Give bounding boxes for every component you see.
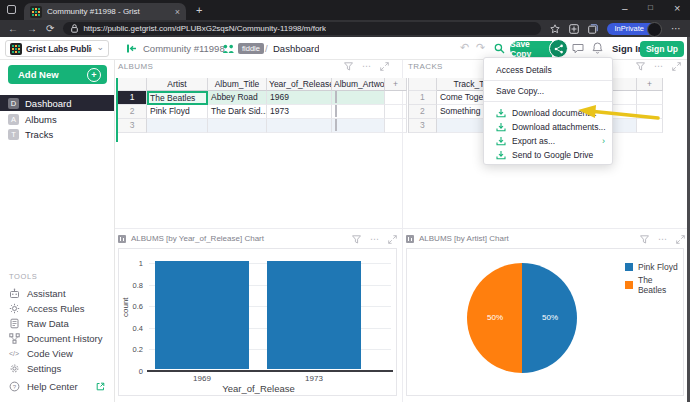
add-column-button[interactable]: + — [385, 78, 407, 91]
browser-window: Community #11998 - Grist × + – □ × ← → ⟳… — [0, 0, 690, 402]
collections-icon[interactable] — [588, 24, 598, 34]
tool-access-rules[interactable]: Access Rules — [0, 301, 114, 315]
favorite-star-icon[interactable] — [550, 24, 560, 34]
window-minimize-button[interactable]: – — [622, 4, 628, 14]
left-panel-toggle-icon[interactable] — [126, 43, 137, 54]
row-number[interactable]: 1 — [409, 91, 437, 105]
pie-chart-widget-header: ALBUMS [by Artist] Chart — [406, 234, 509, 243]
sidebar-page-dashboard[interactable]: D Dashboard — [0, 95, 114, 111]
widget-menu-icon[interactable]: ⋯ — [370, 237, 379, 242]
page-initial-badge: A — [8, 114, 19, 125]
legend-item[interactable]: The Beatles — [625, 275, 683, 295]
row-number[interactable]: 3 — [409, 119, 437, 133]
filter-icon[interactable] — [636, 62, 645, 71]
legend-swatch — [625, 281, 633, 289]
widget-menu-icon[interactable]: ⋯ — [654, 64, 663, 69]
site-switcher[interactable]: Grist Labs Public D... ⌄ — [5, 40, 109, 57]
attachment-cell[interactable] — [332, 105, 385, 119]
sidebar-page-albums[interactable]: A Albums — [0, 112, 114, 127]
tool-raw-data[interactable]: Raw Data — [0, 316, 114, 330]
chart-widget-icon — [406, 235, 414, 243]
tool-settings[interactable]: Settings — [0, 361, 114, 375]
filter-icon[interactable] — [344, 62, 353, 71]
sidebar-page-tracks[interactable]: T Tracks — [0, 127, 114, 142]
bell-icon[interactable] — [592, 42, 603, 54]
refresh-button[interactable]: ⟳ — [46, 24, 54, 34]
table-row-new: 3 — [118, 119, 407, 133]
forward-button[interactable]: → — [27, 24, 37, 34]
menu-item-save-copy[interactable]: Save Copy... — [484, 84, 612, 98]
share-nodes-icon — [554, 44, 564, 54]
cell[interactable]: The Dark Sid... — [208, 105, 267, 119]
column-header[interactable]: Artist — [147, 78, 208, 91]
row-number[interactable]: 1 — [118, 91, 147, 105]
filter-icon[interactable] — [640, 235, 649, 244]
tool-code-view[interactable]: </> Code View — [0, 346, 114, 360]
new-tab-button[interactable]: + — [196, 5, 202, 16]
menu-item-export-as[interactable]: Export as... › — [484, 134, 612, 148]
column-header[interactable]: Album_Title — [208, 78, 267, 91]
tool-assistant[interactable]: Assistant — [0, 286, 114, 300]
attachment-placeholder-icon — [335, 119, 337, 131]
row-number[interactable]: 2 — [118, 105, 147, 119]
row-number[interactable]: 2 — [409, 105, 437, 119]
address-bar[interactable]: https://public.getgrist.com/dPLUBxG2sqsN… — [63, 22, 541, 35]
attachment-cell[interactable] — [332, 91, 385, 105]
window-close-button[interactable]: × — [674, 3, 680, 14]
expand-icon[interactable] — [672, 62, 681, 71]
section-divider-horizontal — [115, 228, 690, 229]
menu-item-access-details[interactable]: Access Details — [484, 63, 612, 77]
pie-slice-label: 50% — [532, 313, 568, 322]
widget-menu-icon[interactable]: ⋯ — [658, 237, 667, 242]
back-button[interactable]: ← — [8, 24, 18, 34]
page-label: Dashboard — [25, 98, 71, 109]
chat-icon[interactable] — [572, 43, 584, 54]
workspace-name: Grist Labs Public D... — [26, 44, 92, 54]
selected-cell[interactable]: The Beatles — [147, 91, 208, 105]
avatar — [647, 22, 662, 37]
undo-icon[interactable]: ↶ — [460, 41, 469, 54]
menu-item-send-to-google-drive[interactable]: Send to Google Drive — [484, 148, 612, 162]
attachment-cell[interactable] — [332, 119, 385, 133]
breadcrumb-doc-name[interactable]: Community #11998 — [143, 43, 225, 54]
legend-item[interactable]: Pink Floyd — [625, 262, 678, 272]
add-new-button[interactable]: Add New + — [8, 65, 107, 84]
cell[interactable]: 1969 — [267, 91, 332, 105]
cell[interactable] — [267, 119, 332, 133]
breadcrumb-page-name[interactable]: Dashboard — [273, 43, 319, 54]
column-header[interactable]: Album_Artwork — [332, 78, 385, 91]
filter-icon[interactable] — [352, 235, 361, 244]
cell[interactable] — [147, 119, 208, 133]
sign-up-button[interactable]: Sign Up — [640, 41, 684, 57]
help-center-link[interactable]: ? Help Center — [0, 379, 114, 393]
tab-close-icon[interactable]: × — [175, 7, 180, 17]
page-label: Albums — [25, 114, 57, 125]
cell[interactable]: Pink Floyd — [147, 105, 208, 119]
tab-title: Community #11998 - Grist — [47, 7, 170, 16]
expand-icon[interactable] — [676, 235, 685, 244]
sign-in-link[interactable]: Sign In — [612, 43, 644, 54]
favorites-bar-icon[interactable] — [569, 24, 579, 34]
breadcrumb-separator: / — [265, 43, 268, 54]
column-header[interactable]: Year_of_Release — [267, 78, 332, 91]
browser-menu-button[interactable]: ⋯ — [671, 24, 681, 34]
search-icon[interactable] — [494, 43, 505, 54]
expand-icon[interactable] — [388, 235, 397, 244]
window-maximize-button[interactable]: □ — [648, 4, 653, 12]
workspaces-icon[interactable] — [7, 5, 16, 14]
share-button[interactable] — [549, 39, 568, 58]
legend-label: Pink Floyd — [638, 262, 678, 272]
save-copy-button[interactable]: Save Copy — [510, 41, 552, 57]
inprivate-profile-badge[interactable]: InPrivate — [607, 23, 658, 35]
cell[interactable] — [208, 119, 267, 133]
cell[interactable]: Abbey Road — [208, 91, 267, 105]
cell[interactable]: 1973 — [267, 105, 332, 119]
add-column-button[interactable]: + — [637, 78, 663, 91]
widget-menu-icon[interactable]: ⋯ — [362, 64, 371, 69]
redo-icon[interactable]: ↷ — [476, 41, 485, 54]
expand-icon[interactable] — [380, 62, 389, 71]
legend-swatch — [625, 263, 633, 271]
row-number[interactable]: 3 — [118, 119, 147, 133]
browser-tab[interactable]: Community #11998 - Grist × — [24, 3, 186, 20]
tool-document-history[interactable]: Document History — [0, 331, 114, 345]
